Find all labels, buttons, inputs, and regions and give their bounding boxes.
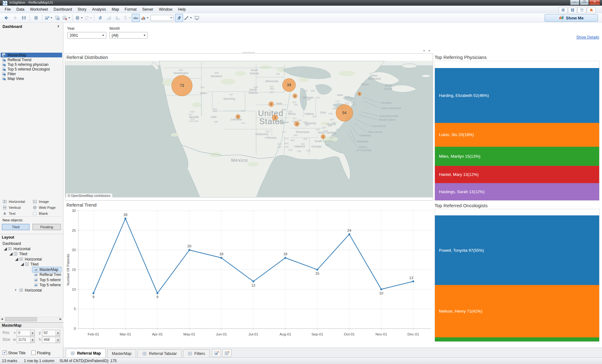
title-bar[interactable]: InSightive - RefferalMapUS — ❐ ✕ [0,0,602,6]
sidebar-item-top-5-referring-physician[interactable]: Top 5 referring physician [1,62,62,67]
panel-menu-icon[interactable]: ▾ [423,49,425,52]
show-me-button[interactable]: Show Me [545,14,598,22]
chart-button[interactable] [140,14,149,22]
menu-format[interactable]: Format [122,6,140,13]
trend-point[interactable] [188,249,190,251]
trend-point[interactable] [284,257,286,259]
rows-view-button[interactable] [559,7,568,13]
menu-story[interactable]: Story [75,6,89,13]
bar-segment-harding-elizabeth[interactable]: Harding, Elizabeth 52(46%) [435,68,599,123]
trend-point[interactable] [348,233,350,235]
referral-trend-chart[interactable]: 051015202530Number Of Patients9289201812… [65,201,433,346]
layout-tree-item-top-5-referre[interactable]: Top 5 referre [0,282,63,288]
menu-worksheet[interactable]: Worksheet [27,6,51,13]
swap-button[interactable] [96,14,104,22]
year-filter-dropdown[interactable]: 2001 [67,32,106,39]
forward-button[interactable] [11,14,19,22]
show-details-link[interactable]: Show Details [576,35,599,40]
layout-tree-item-horizontal[interactable]: Horizontal [0,246,63,251]
tree-expand-icon[interactable] [4,247,7,251]
tab-filters[interactable]: Filters [183,349,210,357]
trend-point[interactable] [380,288,382,290]
panel-drag-grip[interactable] [243,52,255,53]
minimize-button[interactable]: — [570,0,579,5]
sidebar-item-mastermap[interactable]: MasterMap [1,53,62,57]
month-filter-dropdown[interactable]: (All) [109,32,148,39]
layout-tree-item-horizontal[interactable]: Horizontal [0,288,63,293]
floating-button[interactable]: Floating [33,224,61,230]
home-view-button[interactable] [587,7,596,13]
sort-desc-button[interactable] [114,14,122,22]
panel-close-icon[interactable]: ✕ [428,49,430,52]
menu-dashboard[interactable]: Dashboard [51,6,75,13]
sidebar-item-top-5-referred-oncologist[interactable]: Top 5 referred Oncologist [1,67,62,71]
bar-segment-luton-sts[interactable]: Luton, Sts 20(18%) [435,123,599,147]
clear-sheet-button[interactable] [62,14,71,22]
sort-asc-button[interactable] [105,14,113,22]
layout-tree-item-top-5-referrir[interactable]: Top 5 referrir [0,277,63,282]
abc-button[interactable]: Abc [132,14,140,22]
bar-segment-unlabeled[interactable] [435,337,599,341]
show-title-checkbox[interactable]: ✓ [3,351,7,355]
tab-referral-map[interactable]: Referral Map [66,349,106,357]
object-vertical[interactable]: Vertical [3,205,31,210]
new-worksheet-button[interactable] [44,14,53,22]
menu-file[interactable]: File [2,6,13,13]
bar-segment-hastings-sarah[interactable]: Hastings, Sarah 13(12%) [435,183,599,200]
layout-tree-item-tiled[interactable]: Tiled [0,251,63,256]
sidebar-item-map-view[interactable]: Map View [1,76,62,81]
pane-sort-icon[interactable]: ▲▼ [57,25,60,28]
layout-tree-item-dashboard[interactable]: Dashboard [0,241,63,246]
bar-segment-neilson-henry[interactable]: Neilson, Henry 71(41%) [435,285,599,337]
save-button[interactable] [20,14,28,22]
layout-tree-item-mastermap[interactable]: MasterMap [0,267,63,272]
line-button[interactable] [184,14,192,22]
scroll-right-icon[interactable]: ▶ [60,318,61,320]
menu-help[interactable]: Help [175,6,189,13]
floating-checkbox[interactable] [31,351,36,355]
scrollbar-thumb[interactable] [5,317,37,321]
menu-map[interactable]: Map [109,6,122,13]
h-field[interactable]: 468 [42,337,60,343]
group-button[interactable] [123,14,131,22]
trend-point[interactable] [316,269,318,271]
sidebar-horizontal-scrollbar[interactable]: ◀ ▶ [0,317,63,321]
referral-map[interactable]: UnitedStatesMexico3604062182083077639525… [65,61,433,198]
object-horizontal[interactable]: Horizontal [3,199,31,204]
y-field[interactable]: 92 [42,330,60,336]
datasource-button[interactable] [75,14,83,22]
tree-expand-icon[interactable] [15,258,18,261]
scroll-left-icon[interactable]: ◀ [1,318,3,320]
duplicate-button[interactable] [53,14,61,22]
trend-point[interactable] [156,292,158,294]
new-dashboard-tab-button[interactable] [222,349,231,357]
pin-button[interactable] [175,14,183,22]
object-web[interactable]: Web Page [33,205,61,210]
menu-server[interactable]: Server [140,6,156,13]
menu-analysis[interactable]: Analysis [89,6,109,13]
layout-tree-item-tiled[interactable]: Tiled [0,262,63,267]
y-stepper[interactable] [55,330,60,336]
bar-segment-powell-tonyrita[interactable]: Powell, Tonyrita 97(55%) [435,215,599,285]
cylinder-view-button[interactable] [578,7,586,13]
trend-point[interactable] [92,292,94,294]
tree-expand-icon[interactable] [21,263,24,266]
trend-point[interactable] [412,281,414,282]
object-image[interactable]: Image [33,199,61,204]
layout-tree-item-refferal-tren[interactable]: Refferal Tren [0,272,63,277]
bar-segment-hantel-mary[interactable]: Hantel, Mary 13(12%) [435,166,599,183]
present-button[interactable] [193,14,201,22]
menu-data[interactable]: Data [13,6,27,13]
grid-view-button[interactable] [568,7,577,13]
trend-point[interactable] [252,281,254,282]
tree-expand-icon[interactable] [9,252,13,256]
trend-point[interactable] [220,257,222,259]
x-stepper[interactable] [30,330,34,336]
tiled-button[interactable]: Tiled [2,224,29,230]
tab-referral-tabular[interactable]: Referral Tabular [138,349,182,357]
sidebar-item-filter[interactable]: Filter [1,71,62,76]
menu-window[interactable]: Window [156,6,175,13]
w-stepper[interactable] [30,337,34,343]
datasource-button[interactable] [32,14,40,22]
trend-point[interactable] [124,218,126,219]
